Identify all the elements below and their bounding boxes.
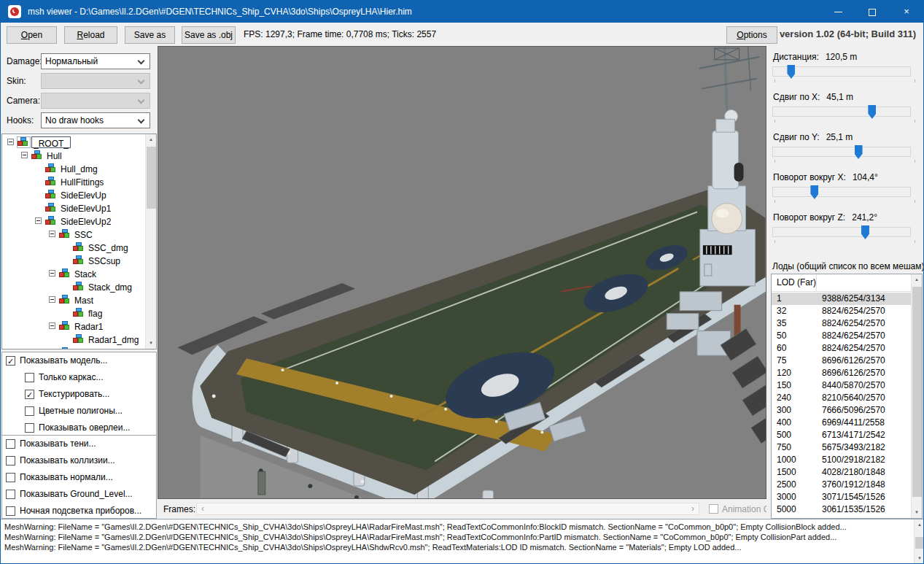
maximize-button[interactable] [855, 1, 889, 23]
tree-item-ssc_dmg[interactable]: SSC_dmg [2, 241, 145, 254]
save-as-obj-button[interactable]: Save as .obj [182, 26, 236, 44]
options-button[interactable]: Options [726, 26, 777, 44]
tree-expand-icon[interactable] [49, 322, 55, 329]
tree-item-hullfittings[interactable]: HullFittings [2, 175, 145, 188]
tree-expand-icon[interactable] [49, 231, 55, 237]
tree-item-sscsup[interactable]: SSCsup [2, 254, 145, 267]
scroll-thumb[interactable] [915, 537, 924, 549]
tree-item-flag[interactable]: flag [2, 306, 145, 320]
lod-table-row[interactable]: 30003071/1545/1526 [772, 491, 911, 503]
tree-item-radar1_dmg[interactable]: Radar1_dmg [2, 333, 145, 346]
lod-table-scrollbar[interactable]: ▲ ▼ [911, 274, 922, 518]
reload-button[interactable]: Reload [64, 26, 117, 44]
checkbox-box-icon[interactable]: ✓ [6, 356, 15, 366]
open-button[interactable]: Open [7, 26, 57, 44]
scroll-up-icon[interactable]: ▲ [915, 519, 924, 530]
title-bar[interactable]: msh viewer - D:\Games\Il.2.DGen\#DGEN\TE… [1, 1, 923, 23]
slider-track[interactable] [772, 187, 911, 197]
dropdown-skin[interactable] [41, 73, 150, 89]
scroll-down-icon[interactable]: ▼ [146, 338, 156, 349]
slider-track[interactable] [772, 107, 911, 117]
tree-expand-icon[interactable] [49, 349, 55, 349]
frames-scrollbar[interactable]: ‹ › [196, 503, 699, 515]
lod-table-row[interactable]: 10005100/2918/2182 [772, 454, 911, 466]
checkbox-текстурировать[interactable]: ✓Текстурировать... [2, 386, 156, 403]
lod-table-row[interactable]: 328824/6254/2570 [772, 305, 911, 317]
lod-table-row[interactable]: 3007666/5096/2570 [772, 404, 911, 417]
lod-table-row[interactable]: 19388/6254/3134 [772, 293, 911, 305]
tree-expand-icon[interactable] [49, 296, 55, 303]
scroll-thumb[interactable] [147, 147, 156, 209]
tree-item-hull[interactable]: Hull [2, 149, 145, 162]
tree-item-hull_dmg[interactable]: Hull_dmg [2, 162, 145, 175]
slider-thumb[interactable] [787, 65, 795, 79]
lod-table-row[interactable]: 5006713/4171/2542 [772, 429, 911, 441]
checkbox-ночная-подсветка-приборов[interactable]: Ночная подсветка приборов... [2, 503, 156, 519]
slider-thumb[interactable] [810, 185, 818, 199]
lod-table-row[interactable]: 25003760/1912/1848 [772, 479, 911, 491]
log-scrollbar[interactable]: ▲ ▼ [914, 519, 924, 564]
slider-thumb[interactable] [861, 225, 869, 239]
save-as-text-button[interactable]: Save as Text [125, 26, 175, 44]
tree-expand-icon[interactable] [7, 139, 14, 145]
minimize-button[interactable] [821, 1, 855, 23]
checkbox-box-icon[interactable] [25, 406, 34, 416]
checkbox-box-icon[interactable] [6, 473, 15, 482]
lod-table-row[interactable]: 7505675/3493/2182 [772, 441, 911, 454]
checkbox-цветные-полигоны[interactable]: Цветные полигоны... [2, 403, 156, 420]
tree-item-radar4[interactable]: Radar4 [2, 346, 145, 349]
scroll-up-icon[interactable]: ▲ [146, 134, 156, 145]
tree-item-stack_dmg[interactable]: Stack_dmg [2, 280, 145, 293]
dropdown-damage[interactable]: Нормальный [41, 53, 150, 69]
tree-item-_root_[interactable]: _ROOT_ [2, 136, 145, 149]
dropdown-hooks[interactable]: No draw hooks [41, 112, 150, 128]
tree-expand-icon[interactable] [21, 152, 28, 158]
checkbox-box-icon[interactable] [6, 506, 15, 516]
scroll-left-icon[interactable]: ‹ [197, 503, 209, 514]
tree-item-ssc[interactable]: SSC [2, 228, 145, 241]
lod-table-row[interactable]: 508824/6254/2570 [772, 330, 911, 342]
lod-table-row[interactable]: 15004028/2180/1848 [772, 466, 911, 479]
tree-expand-icon[interactable] [35, 217, 42, 224]
tree-item-sideelevup1[interactable]: SideElevUp1 [2, 201, 145, 215]
tree-item-sideelevup2[interactable]: SideElevUp2 [2, 215, 145, 228]
animation-checkbox[interactable] [709, 504, 718, 514]
slider-track[interactable] [772, 66, 911, 77]
checkbox-показывать-ground_level[interactable]: Показывать Ground_Level... [2, 486, 156, 503]
checkbox-box-icon[interactable] [6, 456, 15, 466]
lod-table-row[interactable]: 758696/6126/2570 [772, 355, 911, 367]
checkbox-показывать-коллизии[interactable]: Показывать коллизии... [2, 452, 156, 469]
lod-table-row[interactable]: 358824/6254/2570 [772, 317, 911, 330]
lod-table-row[interactable]: 1508440/5870/2570 [772, 379, 911, 392]
dropdown-camera[interactable] [41, 93, 150, 109]
checkbox-box-icon[interactable] [6, 439, 15, 449]
scroll-right-icon[interactable]: › [687, 503, 699, 514]
checkbox-показывать-оверлеи[interactable]: Показывать оверлеи... [2, 420, 156, 436]
checkbox-только-каркас[interactable]: Только каркас... [2, 369, 156, 386]
scroll-thumb[interactable] [912, 287, 922, 497]
tree-item-mast[interactable]: Mast [2, 293, 145, 306]
tree-item-sideelevup[interactable]: SideElevUp [2, 188, 145, 201]
slider-thumb[interactable] [855, 145, 863, 159]
slider-track[interactable] [772, 227, 911, 237]
checkbox-box-icon[interactable]: ✓ [25, 390, 34, 399]
tree-item-radar1[interactable]: Radar1 [2, 320, 145, 333]
tree-expand-icon[interactable] [49, 270, 55, 277]
checkbox-box-icon[interactable] [25, 373, 34, 382]
lod-table-row[interactable]: 1208696/6126/2570 [772, 367, 911, 379]
checkbox-box-icon[interactable] [6, 490, 15, 499]
lod-table-row[interactable]: 608824/6254/2570 [772, 342, 911, 355]
scroll-up-icon[interactable]: ▲ [912, 274, 922, 285]
close-button[interactable]: × [890, 1, 923, 23]
scroll-down-icon[interactable]: ▼ [912, 507, 922, 518]
slider-thumb[interactable] [868, 105, 876, 119]
scroll-down-icon[interactable]: ▼ [915, 553, 924, 564]
tree-item-stack[interactable]: Stack [2, 267, 145, 280]
viewport-3d[interactable] [158, 46, 766, 499]
lod-table-row[interactable]: 4006969/4411/2558 [772, 417, 911, 429]
checkbox-показывать-тени[interactable]: Показывать тени... [2, 436, 156, 452]
lod-table-row[interactable]: 2408210/5640/2570 [772, 392, 911, 404]
lod-table-row[interactable]: 50003061/1535/1526 [772, 503, 911, 516]
tree-scrollbar[interactable]: ▲ ▼ [145, 134, 156, 349]
checkbox-показывать-нормали[interactable]: Показывать нормали... [2, 469, 156, 486]
